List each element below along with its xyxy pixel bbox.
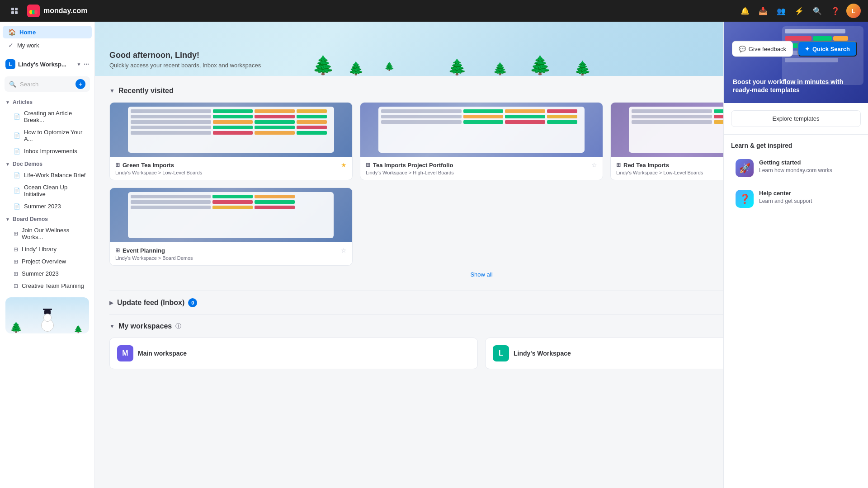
doc-icon-2: 📄: [14, 132, 20, 139]
rp-help-center-text: Help center Learn and get support: [759, 190, 812, 205]
notifications-icon[interactable]: 🔔: [738, 4, 752, 18]
search-icon[interactable]: 🔍: [810, 4, 825, 18]
mini-row: [131, 200, 331, 204]
sidebar-workspace[interactable]: L Lindy's Worksp... ▼ ···: [0, 56, 94, 73]
help-icon[interactable]: ❓: [828, 4, 843, 18]
card-tea-portfolio[interactable]: ⊞ Tea Imports Project Portfolio ☆ Lindy'…: [360, 102, 603, 180]
banner-tree-7: 🌲: [574, 60, 591, 76]
sidebar-subitem-article-1[interactable]: 📄 Creating an Article Break...: [3, 108, 92, 126]
card-star-2[interactable]: ☆: [591, 161, 597, 169]
help-center-icon: ❓: [736, 190, 754, 208]
card-preview-inner-1: [128, 107, 334, 153]
integrations-icon[interactable]: ⚡: [792, 4, 807, 18]
rp-cell-green: [813, 36, 832, 41]
sidebar-my-work-label: My work: [17, 42, 39, 49]
snowman-decoration: 🌲 🌲: [0, 292, 94, 339]
sidebar-subitem-doc-2[interactable]: 📄 Ocean Clean Up Initiative: [3, 182, 92, 200]
sidebar-subitem-doc-1[interactable]: 📄 Life-Work Balance Brief: [3, 169, 92, 181]
banner-tree-2: 🌲: [348, 61, 364, 76]
workspace-chevron-icon: ▼: [76, 62, 81, 67]
sidebar-subitem-board-4[interactable]: ⊞ Summer 2023: [3, 268, 92, 279]
sidebar-subitem-article-2[interactable]: 📄 How to Optomize Your A...: [3, 127, 92, 145]
right-panel: Boost your workflow in minutes with read…: [723, 22, 868, 488]
workspaces-info-icon[interactable]: ⓘ: [175, 322, 181, 330]
mini-row: [131, 206, 331, 209]
card-star-4[interactable]: ☆: [341, 247, 347, 254]
tree-right: 🌲: [74, 325, 83, 333]
banner-subtitle: Quickly access your recent boards, Inbox…: [109, 62, 261, 69]
sidebar-group-board-demos[interactable]: ▼ Board Demos: [0, 214, 94, 224]
rp-help-center-item[interactable]: ❓ Help center Learn and get support: [731, 185, 861, 212]
sidebar-subitem-board-2[interactable]: ⊟ Lindy' Library: [3, 244, 92, 255]
workspace-name-main: Main workspace: [138, 350, 187, 357]
feedback-label: Give feedback: [749, 46, 786, 52]
rp-row: [785, 29, 845, 33]
banner-tree-5: 🌲: [493, 62, 507, 76]
board-icon-2: ⊟: [14, 246, 18, 253]
workspace-badge: L: [5, 59, 15, 69]
rp-getting-started-text: Getting started Learn how monday.com wor…: [759, 159, 832, 174]
svg-rect-1: [15, 8, 18, 10]
workspace-badge-lindy: L: [493, 345, 509, 361]
inbox-icon[interactable]: 📥: [756, 4, 770, 18]
quick-search-button[interactable]: ✦ Quick Search: [797, 41, 857, 57]
search-bar[interactable]: 🔍 Search +: [5, 76, 90, 92]
card-footer-1: ⊞ Green Tea Imports ★ Lindy's Workspace …: [110, 157, 352, 180]
recently-visited-title: Recently visited: [118, 87, 174, 95]
card-title-2: ⊞ Tea Imports Project Portfolio: [366, 162, 453, 169]
rp-learn-section: Learn & get inspired 🚀 Getting started L…: [724, 134, 868, 223]
sidebar-item-my-work[interactable]: ✓ My work: [3, 39, 92, 52]
card-path-2: Lindy's Workspace > High-Level Boards: [366, 170, 597, 175]
sidebar-subitem-doc-3[interactable]: 📄 Summer 2023: [3, 201, 92, 212]
card-name-1: Green Tea Imports: [123, 162, 174, 169]
sidebar-group-doc-demos[interactable]: ▼ Doc Demos: [0, 159, 94, 169]
recently-visited-chevron: ▼: [109, 88, 115, 94]
mini-row: [131, 120, 331, 124]
banner-tree-6: 🌲: [529, 55, 552, 76]
article-2-label: How to Optomize Your A...: [24, 129, 86, 142]
user-avatar[interactable]: L: [846, 4, 861, 18]
board-icon-1: ⊞: [14, 230, 18, 237]
update-feed-chevron: ▶: [109, 300, 113, 306]
add-item-button[interactable]: +: [75, 79, 85, 89]
mini-row: [131, 131, 331, 135]
board-demos-label: Board Demos: [13, 216, 48, 222]
apps-grid-icon[interactable]: [7, 4, 22, 18]
sidebar-group-articles[interactable]: ▼ Articles: [0, 97, 94, 107]
card-name-3: Red Tea Imports: [623, 162, 669, 169]
doc-icon-4: 📄: [14, 172, 20, 178]
explore-templates-button[interactable]: Explore templates: [731, 110, 861, 127]
board-5-label: Creative Team Planning: [22, 282, 84, 289]
banner-tree-4: 🌲: [448, 58, 467, 76]
help-center-title: Help center: [759, 190, 812, 197]
doc-demos-label: Doc Demos: [13, 161, 42, 167]
workspaces-title: My workspaces: [118, 322, 172, 330]
rp-template-section: Boost your workflow in minutes with read…: [724, 22, 868, 103]
doc-icon-1: 📄: [14, 113, 20, 120]
sidebar-subitem-board-1[interactable]: ⊞ Join Our Wellness Works...: [3, 225, 92, 243]
feedback-button[interactable]: 💬 Give feedback: [732, 41, 793, 57]
articles-label: Articles: [13, 99, 33, 105]
tree-left: 🌲: [10, 322, 22, 333]
workspace-more-icon[interactable]: ···: [84, 61, 89, 68]
rp-cell-red: [785, 36, 811, 41]
article-3-label: Inbox Improvements: [24, 148, 77, 155]
sidebar-subitem-article-3[interactable]: 📄 Inbox Improvements: [3, 145, 92, 157]
banner-greeting: Good afternoon, Lindy!: [109, 51, 261, 60]
card-board-icon-1: ⊞: [115, 162, 120, 168]
board-1-label: Join Our Wellness Works...: [22, 227, 86, 240]
sidebar-subitem-board-3[interactable]: ⊞ Project Overview: [3, 256, 92, 267]
invite-icon[interactable]: 👥: [774, 4, 788, 18]
card-event-planning[interactable]: ⊞ Event Planning ☆ Lindy's Workspace > B…: [109, 188, 353, 266]
card-green-tea[interactable]: ⊞ Green Tea Imports ★ Lindy's Workspace …: [109, 102, 353, 180]
card-star-1[interactable]: ★: [341, 161, 347, 169]
card-title-row-4: ⊞ Event Planning ☆: [115, 247, 347, 254]
card-path-1: Lindy's Workspace > Low-Level Boards: [115, 170, 347, 175]
rp-getting-started-item[interactable]: 🚀 Getting started Learn how monday.com w…: [731, 155, 861, 182]
banner-text: Good afternoon, Lindy! Quickly access yo…: [109, 51, 261, 69]
articles-chevron-icon: ▼: [5, 100, 10, 105]
sidebar-subitem-board-5[interactable]: ⊡ Creative Team Planning: [3, 280, 92, 291]
sidebar-item-home[interactable]: 🏠 Home: [3, 26, 92, 38]
workspace-card-main[interactable]: M Main workspace: [109, 338, 478, 369]
card-footer-4: ⊞ Event Planning ☆ Lindy's Workspace > B…: [110, 242, 352, 265]
